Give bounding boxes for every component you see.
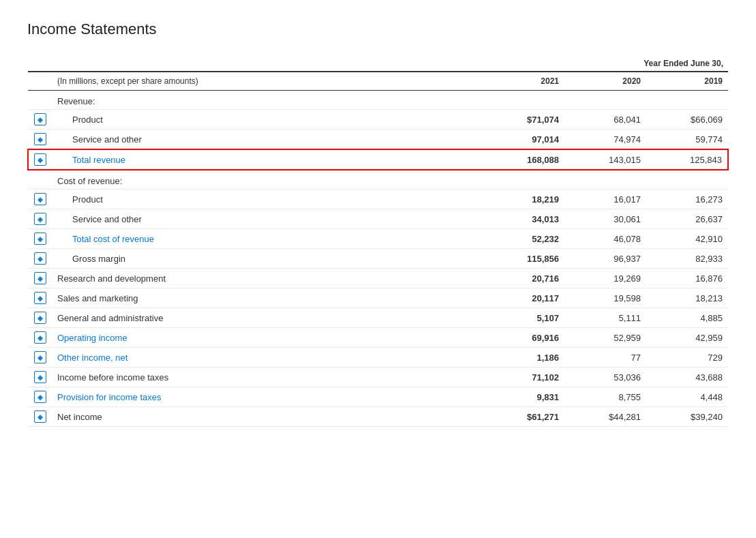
expand-icon[interactable]: ◈ bbox=[34, 351, 46, 363]
icon-cell: ◈ bbox=[28, 130, 52, 150]
icon-cell: ◈ bbox=[28, 209, 52, 229]
row-link[interactable]: Other income, net bbox=[57, 353, 127, 363]
icon-cell: ◈ bbox=[28, 308, 52, 328]
table-row: ◈ Net income $61,271 $44,281 $39,240 bbox=[28, 407, 728, 427]
value-2019: 42,910 bbox=[646, 229, 728, 249]
value-2020: 16,017 bbox=[564, 190, 646, 209]
value-2019: 16,273 bbox=[646, 190, 728, 209]
expand-icon[interactable]: ◈ bbox=[34, 252, 46, 265]
icon-cell bbox=[28, 170, 52, 190]
table-row: Cost of revenue: bbox=[28, 170, 728, 190]
table-row: ◈ Gross margin 115,856 96,937 82,933 bbox=[28, 249, 728, 269]
row-label: Service and other bbox=[72, 214, 142, 224]
row-link[interactable]: Total revenue bbox=[72, 155, 125, 165]
value-2020: 143,015 bbox=[564, 149, 646, 170]
value-2019: 42,959 bbox=[646, 328, 728, 348]
value-2020: 46,078 bbox=[564, 229, 646, 249]
label-cell: General and administrative bbox=[52, 308, 483, 328]
row-label: General and administrative bbox=[57, 313, 163, 323]
th-icon bbox=[28, 72, 52, 91]
value-2020: 77 bbox=[564, 348, 646, 368]
value-2020: 5,111 bbox=[564, 308, 646, 328]
icon-cell bbox=[28, 91, 52, 110]
row-label: Service and other bbox=[72, 134, 142, 145]
value-2020: 8,755 bbox=[564, 387, 646, 407]
label-cell: Total revenue bbox=[52, 149, 483, 170]
expand-icon[interactable]: ◈ bbox=[34, 292, 46, 304]
value-2019: 82,933 bbox=[646, 249, 728, 269]
expand-icon[interactable]: ◈ bbox=[34, 391, 46, 403]
table-row: Revenue: bbox=[28, 91, 728, 110]
value-2021: 97,014 bbox=[483, 130, 564, 150]
value-2019: 43,688 bbox=[646, 368, 728, 387]
th-2019: 2019 bbox=[646, 72, 728, 91]
value-2019: 16,876 bbox=[646, 269, 728, 288]
page-title: Income Statements bbox=[27, 20, 729, 38]
label-cell: Provision for income taxes bbox=[52, 387, 483, 407]
th-2021: 2021 bbox=[483, 72, 564, 91]
row-link[interactable]: Total cost of revenue bbox=[72, 234, 154, 244]
table-row: ◈ Product 18,219 16,017 16,273 bbox=[28, 190, 728, 209]
icon-cell: ◈ bbox=[28, 407, 52, 427]
table-row: ◈ Operating income 69,916 52,959 42,959 bbox=[28, 328, 728, 348]
label-cell: Product bbox=[52, 110, 483, 130]
expand-icon[interactable]: ◈ bbox=[34, 213, 46, 225]
expand-icon[interactable]: ◈ bbox=[34, 410, 46, 423]
label-cell: Operating income bbox=[52, 328, 483, 348]
table-row: ◈ General and administrative 5,107 5,111… bbox=[28, 308, 728, 328]
value-2021: 52,232 bbox=[483, 229, 564, 249]
label-cell: Gross margin bbox=[52, 249, 483, 269]
value-2020: 68,041 bbox=[564, 110, 646, 130]
row-link[interactable]: Provision for income taxes bbox=[57, 392, 161, 402]
expand-icon[interactable]: ◈ bbox=[34, 312, 46, 324]
label-cell: Other income, net bbox=[52, 348, 483, 368]
table-row: ◈ Service and other 34,013 30,061 26,637 bbox=[28, 209, 728, 229]
value-2019: 729 bbox=[646, 348, 728, 368]
value-2019: $66,069 bbox=[646, 110, 728, 130]
value-2021: 168,088 bbox=[483, 149, 564, 170]
row-label: Sales and marketing bbox=[57, 293, 138, 303]
row-label: Gross margin bbox=[72, 254, 125, 264]
expand-icon[interactable]: ◈ bbox=[34, 113, 46, 125]
expand-icon[interactable]: ◈ bbox=[34, 371, 46, 383]
icon-cell: ◈ bbox=[28, 387, 52, 407]
expand-icon[interactable]: ◈ bbox=[34, 331, 46, 344]
icon-cell: ◈ bbox=[28, 110, 52, 130]
expand-icon[interactable]: ◈ bbox=[34, 193, 46, 205]
expand-icon[interactable]: ◈ bbox=[34, 133, 46, 145]
value-2020: 96,937 bbox=[564, 249, 646, 269]
expand-icon[interactable]: ◈ bbox=[34, 153, 46, 166]
label-cell: Net income bbox=[52, 407, 483, 427]
icon-cell: ◈ bbox=[28, 269, 52, 288]
table-row: ◈ Total cost of revenue 52,232 46,078 42… bbox=[28, 229, 728, 249]
value-2020: 30,061 bbox=[564, 209, 646, 229]
label-cell: Total cost of revenue bbox=[52, 229, 483, 249]
value-2020: 52,959 bbox=[564, 328, 646, 348]
value-2020: 19,269 bbox=[564, 269, 646, 288]
table-row: ◈ Provision for income taxes 9,831 8,755… bbox=[28, 387, 728, 407]
value-2021: 20,716 bbox=[483, 269, 564, 288]
row-label: Net income bbox=[57, 412, 102, 422]
value-2019: 4,448 bbox=[646, 387, 728, 407]
icon-cell: ◈ bbox=[28, 328, 52, 348]
table-row: ◈ Service and other 97,014 74,974 59,774 bbox=[28, 130, 728, 150]
icon-cell: ◈ bbox=[28, 288, 52, 308]
value-2021: 34,013 bbox=[483, 209, 564, 229]
label-cell: Research and development bbox=[52, 269, 483, 288]
value-2021: 18,219 bbox=[483, 190, 564, 209]
value-2019: 125,843 bbox=[646, 149, 728, 170]
value-2021: 5,107 bbox=[483, 308, 564, 328]
table-header-row: (In millions, except per share amounts) … bbox=[28, 72, 728, 91]
row-link[interactable]: Operating income bbox=[57, 333, 127, 343]
table-row: ◈ Income before income taxes 71,102 53,0… bbox=[28, 368, 728, 387]
expand-icon[interactable]: ◈ bbox=[34, 233, 46, 245]
expand-icon[interactable]: ◈ bbox=[34, 272, 46, 284]
table-row: ◈ Other income, net 1,186 77 729 bbox=[28, 348, 728, 368]
value-2021: $71,074 bbox=[483, 110, 564, 130]
table-row: ◈ Sales and marketing 20,117 19,598 18,2… bbox=[28, 288, 728, 308]
icon-cell: ◈ bbox=[28, 249, 52, 269]
icon-cell: ◈ bbox=[28, 229, 52, 249]
value-2021: $61,271 bbox=[483, 407, 564, 427]
value-2021: 9,831 bbox=[483, 387, 564, 407]
icon-cell: ◈ bbox=[28, 368, 52, 387]
